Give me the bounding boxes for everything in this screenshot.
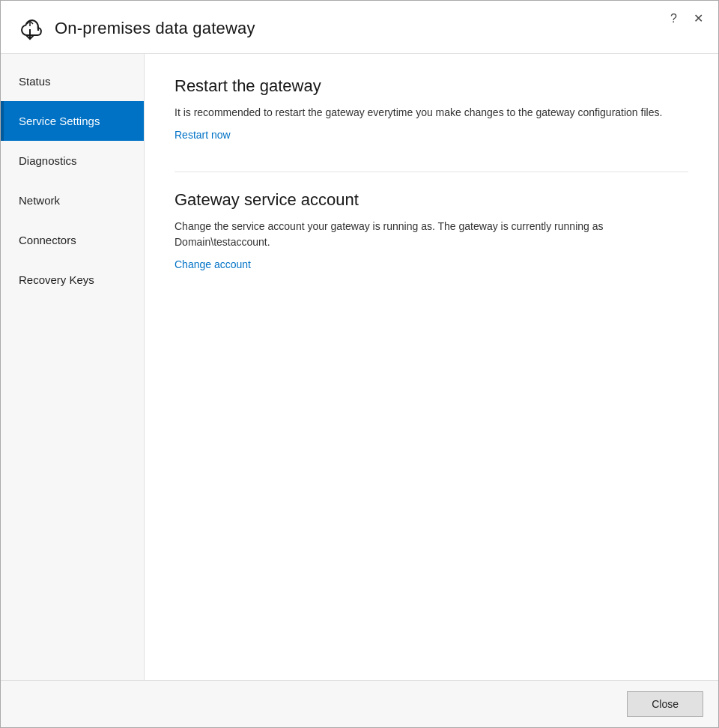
restart-description: It is recommended to restart the gateway… — [175, 105, 684, 121]
window-controls: ? ✕ — [666, 11, 708, 26]
title-bar: On-premises data gateway ? ✕ — [1, 1, 718, 54]
window-body: Status Service Settings Diagnostics Netw… — [1, 54, 718, 680]
section-divider — [175, 172, 688, 172]
sidebar-item-status[interactable]: Status — [1, 61, 144, 101]
sidebar-item-recovery-keys[interactable]: Recovery Keys — [1, 260, 144, 300]
main-content: Restart the gateway It is recommended to… — [145, 54, 718, 680]
account-section: Gateway service account Change the servi… — [175, 190, 688, 271]
sidebar-item-diagnostics[interactable]: Diagnostics — [1, 141, 144, 181]
sidebar-item-connectors[interactable]: Connectors — [1, 220, 144, 260]
sidebar-item-service-settings[interactable]: Service Settings — [1, 101, 144, 141]
sidebar-item-network[interactable]: Network — [1, 181, 144, 220]
footer: Close — [1, 680, 718, 727]
restart-section: Restart the gateway It is recommended to… — [175, 76, 688, 142]
help-button[interactable]: ? — [666, 11, 682, 26]
app-title: On-premises data gateway — [55, 19, 255, 38]
restart-now-link[interactable]: Restart now — [175, 129, 231, 141]
main-window: On-premises data gateway ? ✕ Status Serv… — [0, 0, 719, 728]
app-icon — [14, 13, 46, 44]
close-window-button[interactable]: ✕ — [689, 11, 708, 26]
account-title: Gateway service account — [175, 190, 688, 210]
account-description: Change the service account your gateway … — [175, 219, 684, 250]
sidebar: Status Service Settings Diagnostics Netw… — [1, 54, 145, 680]
close-button[interactable]: Close — [627, 691, 703, 717]
restart-title: Restart the gateway — [175, 76, 688, 96]
change-account-link[interactable]: Change account — [175, 258, 251, 270]
